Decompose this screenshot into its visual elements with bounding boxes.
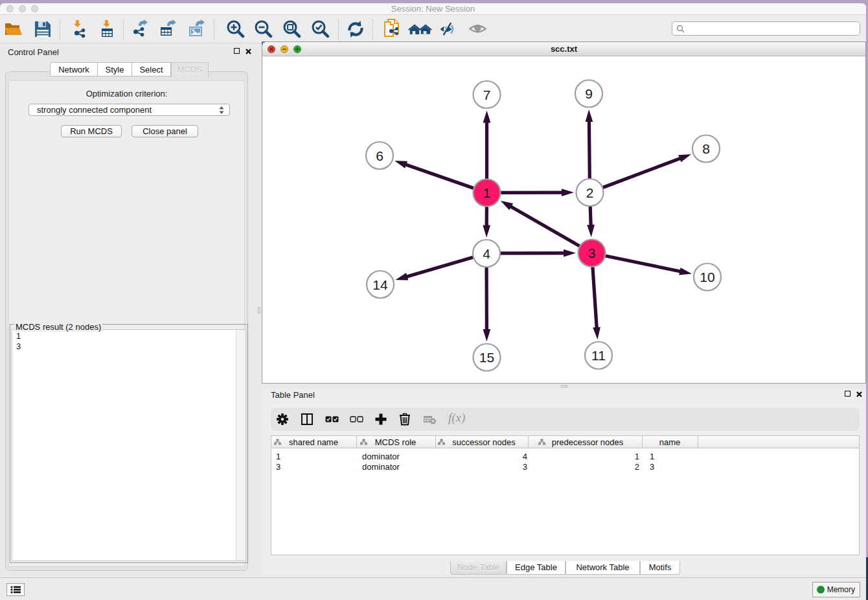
svg-text:8: 8 bbox=[702, 141, 710, 156]
svg-text:15: 15 bbox=[479, 350, 494, 365]
svg-text:6: 6 bbox=[376, 148, 383, 163]
svg-text:7: 7 bbox=[483, 87, 491, 102]
svg-text:10: 10 bbox=[700, 270, 714, 284]
svg-text:1: 1 bbox=[483, 185, 491, 200]
svg-text:3: 3 bbox=[588, 246, 596, 260]
svg-text:2: 2 bbox=[586, 185, 594, 200]
svg-text:4: 4 bbox=[483, 246, 490, 261]
svg-text:11: 11 bbox=[591, 348, 606, 363]
svg-text:14: 14 bbox=[372, 277, 388, 292]
svg-text:9: 9 bbox=[585, 86, 593, 101]
